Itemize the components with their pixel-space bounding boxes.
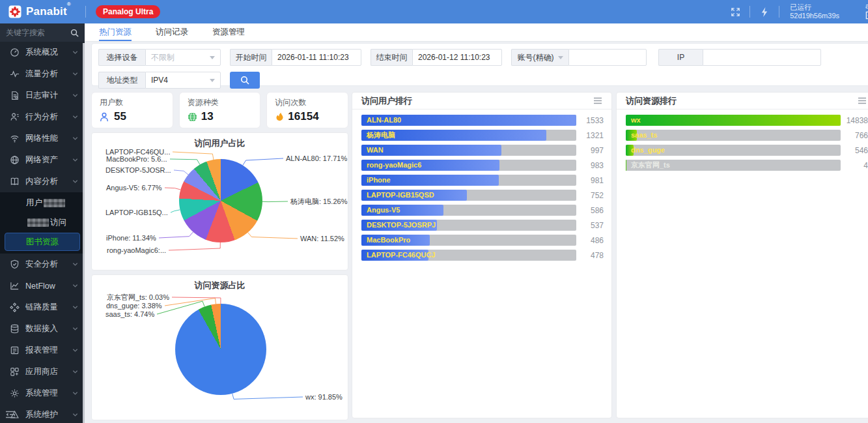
header-right: 已运行 52d19h56m39s adm [721,0,868,23]
account-input[interactable] [568,49,647,66]
bar-row-saas_ts: saas_ts766 [626,130,868,141]
bar-value: 997 [580,146,604,155]
resource-globe-icon [188,112,197,122]
bar-row-rong-yaoMagic6: rong-yaoMagic6983 [361,160,604,171]
tab-资源管理[interactable]: 资源管理 [212,23,245,41]
lightning-icon[interactable] [750,7,779,17]
bar-row-LAPTOP-IGB15QSD: LAPTOP-IGB15QSD752 [361,190,604,201]
collapse-sidebar-icon[interactable] [5,409,16,421]
sidebar-item-label: 流量分析 [25,68,58,80]
bar-row-Angus-V5: Angus-V5586 [361,205,604,216]
user-pie-label-WAN: WAN: 11.52% [300,235,344,242]
sidebar-item-安全分析[interactable]: 安全分析 [0,254,85,275]
stat-card-visits: 访问次数 16154 [266,92,348,128]
keyword-search-input[interactable] [6,28,70,37]
globe-icon [10,155,20,165]
sidebar-item-内容分析[interactable]: 内容分析 [0,171,85,192]
sidebar-item-应用商店[interactable]: 应用商店 [0,361,85,383]
bar-track: 京东官网_ts [626,160,841,171]
user-bar-header: 访问用户排行 [352,93,611,109]
user-bar-title: 访问用户排行 [361,95,412,107]
bar-row-iPhone: iPhone981 [361,175,604,186]
bar-label: wx [631,115,641,126]
sidebar-item-网络性能[interactable]: 网络性能 [0,128,85,149]
redacted-text [27,218,49,227]
sidebar-item-报表管理[interactable]: 报表管理 [0,340,85,361]
bar-fill [626,160,626,171]
resource-pie-label-京东官网_ts: 京东官网_ts: 0.03% [107,293,169,302]
bar-row-ALN-AL80: ALN-AL801533 [361,115,604,126]
chevron-down-icon [72,136,78,141]
sidebar-item-系统概况[interactable]: 系统概况 [0,42,85,63]
user-pie-label-杨涛电脑: 杨涛电脑: 15.26% [290,197,347,207]
account-group: 账号(精确) [511,49,647,66]
chevron-down-icon [72,157,78,163]
stat-value: 55 [114,110,126,123]
user-pie-panel: 访问用户占比ALN-AL80: 17.71%杨涛电脑: 15.26%WAN: 1… [91,132,348,270]
sidebar-item-NetFlow[interactable]: NetFlow [0,275,85,297]
chevron-down-icon [210,56,215,59]
sidebar-item-数据接入[interactable]: 数据接入 [0,318,85,340]
chevron-down-icon [72,283,78,289]
bar-label: LAPTOP-IGB15QSD [367,190,434,201]
sidebar-item-系统管理[interactable]: 系统管理 [0,383,85,404]
sidebar-item-label: 行为分析 [25,111,58,123]
sidebar-item-行为分析[interactable]: 行为分析 [0,106,85,128]
ip-label: IP [658,49,703,66]
sidebar-item-网络资产[interactable]: 网络资产 [0,149,85,171]
fullscreen-icon[interactable] [721,7,749,17]
brand-name: Panabit® [26,5,71,18]
chevron-down-icon [72,369,78,375]
search-icon[interactable] [70,29,79,37]
user-pie-label-LAPTOP-FC46QUCJ: LAPTOP-FC46QU... [105,148,170,156]
wifi-icon [10,134,20,143]
sidebar: 系统概况流量分析日志审计行为分析网络性能网络资产内容分析用户访问图书资源安全分析… [0,23,85,423]
user-pie-label-LAPTOP-IGB15QSD: LAPTOP-IGB15Q... [105,209,168,216]
chevron-down-icon [72,304,78,310]
stat-cards: 用户数 55 资源种类 13 访问次数 [91,92,348,128]
filter-row-2: 地址类型 IPV4 [98,72,865,89]
user-pie-label-MacBookPro: MacBookPro: 5.6... [106,155,167,163]
bar-row-MacBookPro: MacBookPro486 [361,235,604,246]
resource-pie-title: 访问资源占比 [92,280,348,291]
stat-label: 访问次数 [275,97,340,108]
start-time-input[interactable] [272,49,361,66]
filter-panel: 选择设备 不限制 开始时间 结束时间 账号(精确) IP 地址类型 [91,43,868,86]
tab-bar: 热门资源访问记录资源管理 [85,23,868,42]
bar-value: 1533 [580,116,604,125]
address-type-select[interactable]: IPV4 [145,72,221,89]
sidebar-item-label: 链路质量 [25,302,58,313]
sidebar-item-日志审计[interactable]: 日志审计 [0,85,85,106]
account-mode-select[interactable]: 账号(精确) [511,49,568,66]
ip-input[interactable] [703,49,821,66]
sidebar-item-label: 网络资产 [25,154,58,166]
bar-row-LAPTOP-FC46QUCJ: LAPTOP-FC46QUCJ478 [361,250,604,261]
sidebar-subitem-图书资源[interactable]: 图书资源 [5,233,80,251]
sidebar-search [0,23,85,42]
brand: Panabit® [0,5,85,18]
bar-label: rong-yaoMagic6 [367,160,421,171]
bar-row-京东官网_ts: 京东官网_ts4 [626,160,868,171]
resource-bar-rows: wx14838saas_ts766dns_guge546京东官网_ts4 [617,109,868,171]
bar-track: 杨涛电脑 [361,130,576,141]
search-button[interactable] [230,72,260,89]
sidebar-item-链路质量[interactable]: 链路质量 [0,297,85,318]
sidebar-item-流量分析[interactable]: 流量分析 [0,63,85,85]
bar-track: rong-yaoMagic6 [361,160,576,171]
sidebar-subitem-用户[interactable]: 用户 [0,193,85,212]
tab-访问记录[interactable]: 访问记录 [156,23,188,41]
logout-icon[interactable] [865,11,868,20]
link-quality-icon [10,302,20,312]
sidebar-subitem-访问[interactable]: 访问 [0,212,85,232]
sidebar-item-label: NetFlow [25,282,55,291]
device-select[interactable]: 不限制 [145,49,221,66]
product-badge: Panalog Ultra [96,5,160,18]
chart-menu-icon[interactable] [593,97,602,104]
end-time-input[interactable] [412,49,502,66]
shield-icon [10,259,20,269]
user-ranking-panel: 访问用户排行ALN-AL801533杨涛电脑1321WAN997rong-yao… [352,92,612,418]
sidebar-item-label: 应用商店 [25,366,58,377]
chart-menu-icon[interactable] [858,97,867,104]
sidebar-scrollbar[interactable] [83,43,85,423]
tab-热门资源[interactable]: 热门资源 [99,23,132,41]
